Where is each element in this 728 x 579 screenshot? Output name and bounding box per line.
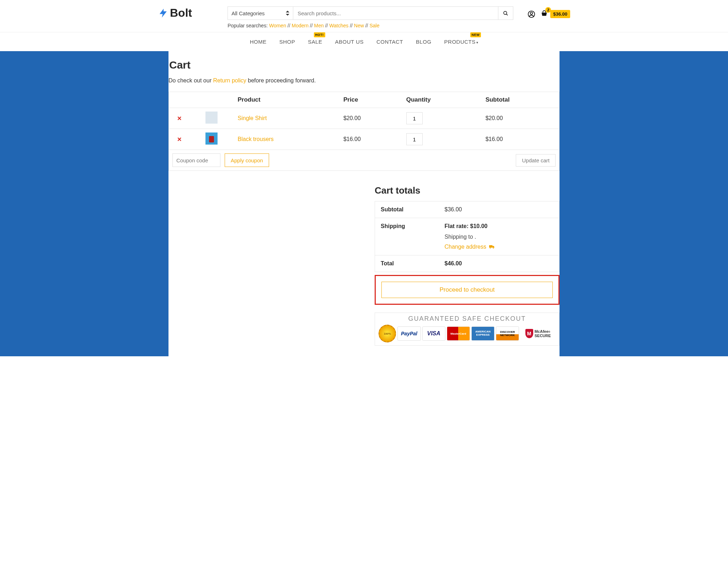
price-cell: $20.00 <box>338 108 401 129</box>
popular-searches: Popular searches: Women // Modern // Men… <box>228 23 513 28</box>
table-row: ✕ Black trousers $16.00 $16.00 <box>169 129 560 150</box>
search-button[interactable] <box>498 6 513 20</box>
table-header-row: Product Price Quantity Subtotal <box>169 92 560 108</box>
amex-logo: AMERICAN EXPRESS <box>471 326 494 341</box>
col-subtotal: Subtotal <box>481 92 560 108</box>
quantity-input[interactable] <box>406 133 423 145</box>
coupon-row: Apply coupon Update cart <box>169 150 560 171</box>
price-cell: $16.00 <box>338 129 401 150</box>
nav-contact[interactable]: CONTACT <box>376 39 403 45</box>
proceed-to-checkout-button[interactable]: Proceed to checkout <box>381 282 553 298</box>
discover-logo: DISCOVER NETWORK <box>496 326 519 341</box>
quantity-input[interactable] <box>406 112 423 124</box>
cart-table: Product Price Quantity Subtotal ✕ Single… <box>168 92 560 171</box>
new-badge: NEW <box>470 32 481 37</box>
coupon-input[interactable] <box>172 153 220 167</box>
subtotal-cell: $16.00 <box>481 129 560 150</box>
col-quantity: Quantity <box>401 92 481 108</box>
nav-sale[interactable]: HOT! SALE <box>308 39 322 45</box>
change-address-link[interactable]: Change address <box>445 244 495 250</box>
logo-text: Bolt <box>170 6 192 20</box>
nav-shop[interactable]: SHOP <box>279 39 295 45</box>
subtotal-value: $36.00 <box>439 201 560 218</box>
popular-link-new[interactable]: New <box>354 23 364 28</box>
remove-item-button[interactable]: ✕ <box>177 115 182 121</box>
nav-blog[interactable]: BLOG <box>416 39 432 45</box>
cart-totals-title: Cart totals <box>375 185 560 196</box>
remove-item-button[interactable]: ✕ <box>177 136 182 142</box>
truck-icon <box>489 244 495 249</box>
shipping-rate: Flat rate: $10.00 <box>445 223 554 229</box>
nav-bar: HOME SHOP HOT! SALE ABOUT US CONTACT BLO… <box>0 32 728 51</box>
header: Bolt All Categories Popular searches: Wo… <box>151 0 577 32</box>
safe-checkout-title: GUARANTEED SAFE CHECKOUT <box>379 315 556 323</box>
search-icon <box>503 11 508 16</box>
search-category-select[interactable]: All Categories <box>228 6 293 20</box>
svg-point-5 <box>490 248 491 249</box>
nav-about[interactable]: ABOUT US <box>335 39 364 45</box>
visa-logo: VISA <box>422 326 445 341</box>
svg-point-3 <box>530 12 532 14</box>
nav-home[interactable]: HOME <box>250 39 267 45</box>
cart-total-pill: $36.00 <box>550 10 570 18</box>
update-cart-button[interactable]: Update cart <box>516 154 556 167</box>
total-label: Total <box>375 255 439 272</box>
safe-checkout-panel: GUARANTEED SAFE CHECKOUT 100% PayPal VIS… <box>375 313 560 346</box>
search-area: All Categories Popular searches: Women /… <box>228 6 513 28</box>
total-value: $46.00 <box>439 255 560 272</box>
search-input[interactable] <box>293 6 498 20</box>
bolt-icon <box>158 8 168 18</box>
account-icon[interactable] <box>528 10 535 18</box>
col-price: Price <box>338 92 401 108</box>
shipping-label: Shipping <box>375 218 439 255</box>
svg-point-6 <box>493 248 494 249</box>
popular-link-men[interactable]: Men <box>314 23 324 28</box>
mcafee-logo: M McAfee®SECURE <box>520 326 556 341</box>
mastercard-logo: MasterCard <box>447 326 470 341</box>
svg-line-1 <box>507 14 508 15</box>
intro-text: Do check out our Return policy before pr… <box>168 77 560 84</box>
shipping-to: Shipping to . <box>445 234 554 240</box>
apply-coupon-button[interactable]: Apply coupon <box>225 153 269 167</box>
popular-link-women[interactable]: Women <box>269 23 286 28</box>
svg-rect-4 <box>489 245 492 248</box>
col-product: Product <box>233 92 338 108</box>
product-link[interactable]: Black trousers <box>238 136 274 142</box>
subtotal-label: Subtotal <box>375 201 439 218</box>
popular-link-modern[interactable]: Modern <box>291 23 308 28</box>
page-title: Cart <box>168 59 560 71</box>
product-thumbnail[interactable] <box>205 112 218 124</box>
table-row: ✕ Single Shirt $20.00 $20.00 <box>169 108 560 129</box>
cart-totals-table: Subtotal $36.00 Shipping Flat rate: $10.… <box>375 201 560 272</box>
header-cart[interactable]: 2 $36.00 <box>540 10 570 18</box>
product-link[interactable]: Single Shirt <box>238 115 267 121</box>
popular-link-watches[interactable]: Watches <box>329 23 348 28</box>
nav-products[interactable]: NEW PRODUCTS▾ <box>444 39 478 45</box>
header-right: 2 $36.00 <box>528 6 570 18</box>
subtotal-cell: $20.00 <box>481 108 560 129</box>
chevron-down-icon: ▾ <box>476 40 478 44</box>
guarantee-seal-icon: 100% <box>379 325 396 342</box>
product-thumbnail[interactable] <box>205 132 218 145</box>
paypal-logo: PayPal <box>397 326 421 341</box>
search-row: All Categories <box>228 6 513 20</box>
popular-label: Popular searches: <box>228 23 268 28</box>
shield-icon: M <box>525 329 533 338</box>
svg-point-0 <box>504 11 507 14</box>
hot-badge: HOT! <box>314 32 325 37</box>
checkout-highlight: Proceed to checkout <box>375 275 560 305</box>
logo[interactable]: Bolt <box>158 6 192 20</box>
popular-link-sale[interactable]: Sale <box>369 23 379 28</box>
return-policy-link[interactable]: Return policy <box>213 77 246 83</box>
